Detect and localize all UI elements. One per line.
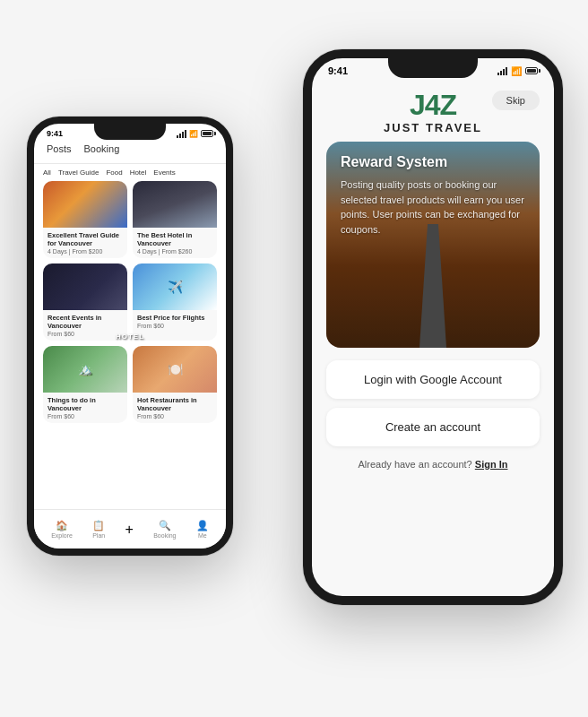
reward-card-content: Reward System Posting quality posts or b… (326, 142, 540, 348)
nav-booking-label: Booking (153, 532, 176, 539)
card-5-title: Things to do in Vancouver (48, 396, 123, 412)
card-3-title: Recent Events in Vancouver (48, 314, 123, 330)
card-4-title: Best Price for Flights (137, 314, 212, 322)
card-restaurants[interactable]: 🍽️ Hot Restaurants in Vancouver From $60 (133, 346, 217, 423)
filter-travel-guide[interactable]: Travel Guide (58, 168, 99, 177)
signal-icon (177, 129, 186, 138)
tab-posts[interactable]: Posts (47, 143, 72, 158)
left-status-icons: 📶 (177, 129, 213, 138)
right-wifi-icon: 📶 (511, 66, 522, 76)
right-phone-notch (388, 58, 478, 78)
logo-area: J4Z JUST TRAVEL (384, 91, 482, 134)
google-login-button[interactable]: Login with Google Account (326, 360, 540, 399)
card-5-image: 🏔️ (43, 346, 127, 393)
left-phone-notch (94, 124, 166, 140)
scene: 9:41 📶 Posts Booking All Trave (0, 0, 588, 717)
skip-button[interactable]: Skip (492, 91, 540, 110)
tab-booking[interactable]: Booking (84, 143, 120, 158)
filter-row: All Travel Guide Food Hotel Events (34, 164, 226, 181)
signin-row: Already have an account? Sign In (359, 459, 508, 470)
card-things-to-do[interactable]: 🏔️ Things to do in Vancouver From $60 (43, 346, 127, 423)
wifi-icon: 📶 (189, 130, 198, 138)
reward-card: Reward System Posting quality posts or b… (326, 142, 540, 348)
card-5-meta: From $60 (48, 413, 123, 419)
card-1-meta: 4 Days | From $200 (48, 248, 123, 255)
card-hotel-vancouver[interactable]: HOTEL The Best Hotel in Vancouver 4 Days… (133, 181, 217, 258)
logo: J4Z (410, 91, 456, 119)
booking-icon: 🔍 (159, 520, 171, 531)
right-status-icons: 📶 (497, 66, 538, 76)
nav-me-label: Me (198, 532, 207, 539)
tagline: JUST TRAVEL (384, 121, 482, 134)
plan-icon: 📋 (92, 520, 105, 531)
card-2-meta: 4 Days | From $260 (137, 248, 212, 255)
card-6-title: Hot Restaurants in Vancouver (137, 396, 212, 412)
right-content: J4Z JUST TRAVEL Reward System Posting qu… (312, 78, 554, 470)
card-1-title: Excellent Travel Guide for Vancouver (48, 231, 123, 247)
card-3-meta: From $60 (48, 331, 123, 337)
battery-icon (201, 130, 213, 137)
reward-title: Reward System (341, 154, 525, 170)
left-nav-tabs: Posts Booking (34, 140, 226, 164)
add-icon: + (125, 522, 134, 538)
card-3-image (43, 263, 127, 310)
create-account-button[interactable]: Create an account (326, 408, 540, 446)
nav-booking[interactable]: 🔍 Booking (153, 520, 176, 539)
filter-events[interactable]: Events (153, 168, 175, 177)
nav-plan[interactable]: 📋 Plan (92, 520, 105, 539)
phone-left: 9:41 📶 Posts Booking All Trave (27, 117, 233, 556)
card-2-image: HOTEL (133, 181, 217, 228)
nav-explore-label: Explore (51, 532, 73, 539)
phone-right: 9:41 📶 Skip J4Z (303, 49, 563, 605)
card-events[interactable]: Recent Events in Vancouver From $60 (43, 263, 127, 341)
filter-all[interactable]: All (43, 168, 51, 177)
explore-icon: 🏠 (56, 520, 68, 531)
right-battery-icon (525, 67, 538, 74)
card-vancouver-travel[interactable]: Excellent Travel Guide for Vancouver 4 D… (43, 181, 127, 258)
card-1-image (43, 181, 127, 228)
left-time: 9:41 (47, 129, 63, 138)
card-2-title: The Best Hotel in Vancouver (137, 231, 212, 247)
bottom-nav: 🏠 Explore 📋 Plan + 🔍 Booking 👤 Me (34, 509, 226, 549)
nav-explore[interactable]: 🏠 Explore (51, 520, 73, 539)
nav-add[interactable]: + (125, 522, 134, 538)
reward-description: Posting quality posts or booking our sel… (341, 177, 525, 237)
right-signal-icon (497, 66, 507, 75)
card-6-meta: From $60 (137, 413, 212, 419)
nav-me[interactable]: 👤 Me (196, 520, 209, 539)
filter-hotel[interactable]: Hotel (130, 168, 147, 177)
signin-link[interactable]: Sign In (475, 459, 508, 470)
nav-plan-label: Plan (92, 532, 105, 539)
card-4-image: ✈️ (133, 263, 217, 310)
right-time: 9:41 (328, 65, 348, 76)
card-4-meta: From $60 (137, 323, 212, 329)
me-icon: 👤 (196, 520, 209, 531)
card-6-image: 🍽️ (133, 346, 217, 393)
cards-grid: Excellent Travel Guide for Vancouver 4 D… (34, 181, 226, 423)
signin-text: Already have an account? (359, 459, 472, 470)
card-flights[interactable]: ✈️ Best Price for Flights From $60 (133, 263, 217, 341)
filter-food[interactable]: Food (106, 168, 122, 177)
